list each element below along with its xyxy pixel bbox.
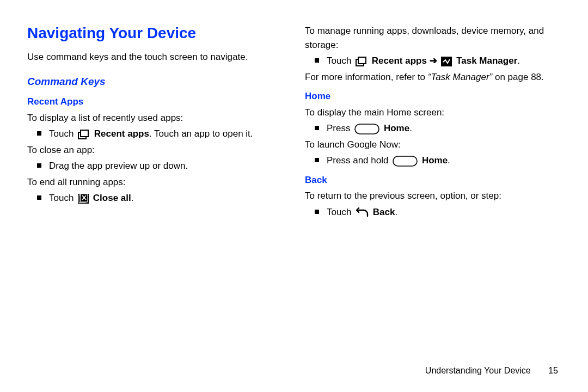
txt-frag: Touch [49, 128, 76, 139]
bullet-square-icon [315, 158, 319, 162]
recent-p1: To display a list of recently used apps: [27, 111, 283, 125]
home-button-icon [393, 156, 418, 167]
svg-rect-10 [355, 124, 379, 134]
recent-p2: To close an app: [27, 143, 283, 157]
recent-bullet-1: Touch Recent apps. Touch an app to open … [37, 127, 283, 141]
home-button-icon [354, 124, 379, 134]
home-b1-text: Press Home. [327, 121, 561, 136]
txt-frag: Touch [327, 207, 354, 217]
back-bullet-1: Touch Back. [315, 205, 561, 219]
txt-frag: . [448, 155, 450, 166]
command-keys-heading: Command Keys [27, 74, 283, 90]
back-p1: To return to the previous screen, option… [305, 189, 561, 203]
txt-frag: . [395, 207, 397, 217]
home-bullet-1: Press Home. [315, 121, 561, 136]
home-p1: To display the main Home screen: [305, 106, 561, 120]
svg-rect-11 [393, 156, 417, 166]
txt-frag: For more information, refer to [305, 72, 428, 82]
manage-p2: For more information, refer to “Task Man… [305, 70, 561, 84]
recent-bullet-2: Drag the app preview up or down. [37, 159, 283, 173]
svg-rect-8 [358, 57, 366, 64]
recent-bullet-3: Touch Close all. [37, 191, 283, 205]
page-footer: Understanding Your Device 15 [425, 366, 558, 376]
arrow-icon: ➔ [430, 56, 440, 66]
home-b2-text: Press and hold Home. [327, 154, 561, 168]
txt-bold: Recent apps [372, 56, 427, 66]
txt-bold: Close all [93, 193, 131, 203]
right-column: To manage running apps, downloads, devic… [305, 22, 561, 221]
txt-bold: Recent apps [94, 128, 149, 139]
two-column-layout: Navigating Your Device Use command keys … [27, 22, 561, 221]
home-bullet-2: Press and hold Home. [315, 154, 561, 168]
txt-frag: Press and hold [327, 155, 391, 166]
home-p2: To launch Google Now: [305, 138, 561, 152]
footer-page-number: 15 [548, 366, 558, 376]
manage-b1-text: Touch Recent apps ➔ Task Manager. [327, 54, 561, 68]
bullet-square-icon [315, 58, 319, 63]
back-heading: Back [305, 173, 561, 187]
recent-p3: To end all running apps: [27, 175, 283, 189]
manage-bullet-1: Touch Recent apps ➔ Task Manager. [315, 54, 561, 68]
recent-apps-icon [78, 130, 90, 139]
recent-b2-text: Drag the app preview up or down. [49, 159, 283, 173]
txt-bold: Task Manager [456, 56, 517, 66]
back-icon [356, 207, 369, 217]
recent-b1-text: Touch Recent apps. Touch an app to open … [49, 127, 283, 141]
txt-bold: Back [373, 207, 395, 217]
txt-frag: . [517, 56, 520, 66]
manual-page: Navigating Your Device Use command keys … [0, 0, 588, 392]
bullet-square-icon [315, 126, 319, 130]
recent-apps-icon [356, 57, 367, 66]
svg-rect-1 [81, 130, 88, 137]
txt-frag: Press [327, 123, 353, 133]
bullet-square-icon [37, 195, 41, 200]
txt-bold: Home [422, 155, 448, 166]
home-heading: Home [305, 89, 561, 103]
bullet-square-icon [37, 163, 41, 168]
intro-text: Use command keys and the touch screen to… [27, 50, 283, 64]
txt-frag: Touch [327, 56, 354, 66]
footer-chapter: Understanding Your Device [425, 366, 531, 375]
back-b1-text: Touch Back. [327, 205, 561, 219]
page-title: Navigating Your Device [27, 22, 283, 45]
bullet-square-icon [315, 210, 319, 214]
manage-p1: To manage running apps, downloads, devic… [305, 24, 561, 52]
recent-apps-heading: Recent Apps [27, 95, 283, 109]
task-manager-icon [441, 57, 452, 66]
txt-bold: Home [384, 123, 409, 133]
txt-frag: . Touch an app to open it. [149, 128, 253, 139]
txt-frag: . [409, 123, 412, 133]
close-all-icon [78, 194, 89, 204]
txt-frag: Touch [49, 193, 76, 203]
txt-ital: “Task Manager” [428, 72, 492, 82]
left-column: Navigating Your Device Use command keys … [27, 22, 283, 221]
txt-frag: on page 88. [492, 72, 544, 82]
bullet-square-icon [37, 131, 41, 136]
txt-frag: . [131, 193, 134, 203]
recent-b3-text: Touch Close all. [49, 191, 283, 205]
